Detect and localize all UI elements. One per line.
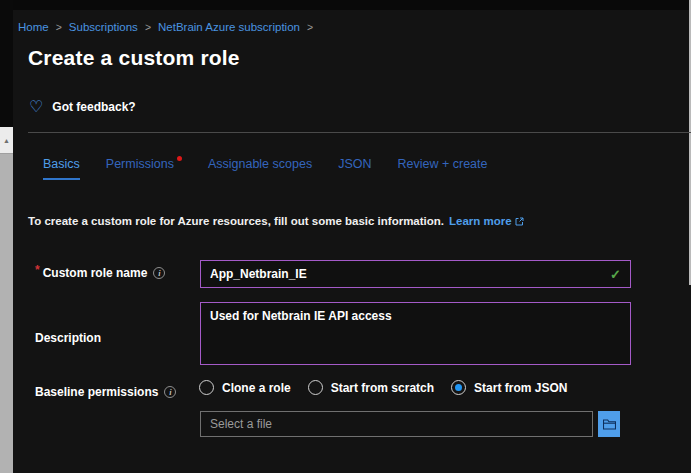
scroll-up-button[interactable]: ▲ (0, 127, 13, 153)
radio-circle-icon (308, 380, 323, 395)
tab-assignable-scopes-label: Assignable scopes (208, 157, 312, 171)
external-link-icon (515, 217, 524, 226)
tab-json[interactable]: JSON (338, 157, 371, 180)
custom-role-name-label-text: Custom role name (43, 266, 148, 280)
info-icon[interactable]: i (164, 386, 176, 398)
scroll-up-arrow-icon: ▲ (3, 137, 10, 144)
learn-more-label: Learn more (449, 215, 512, 227)
baseline-permissions-label: Baseline permissions i (35, 385, 176, 399)
custom-role-name-input[interactable] (201, 267, 610, 281)
breadcrumb-separator: > (145, 21, 151, 33)
header-divider (28, 132, 691, 133)
radio-clone-a-role-label: Clone a role (222, 381, 291, 395)
page-title: Create a custom role (28, 46, 240, 70)
baseline-permissions-label-text: Baseline permissions (35, 385, 158, 399)
radio-circle-icon (199, 380, 214, 395)
scrollbar-thumb[interactable] (0, 153, 13, 473)
breadcrumb-separator: > (307, 21, 313, 33)
description-textarea[interactable]: Used for Netbrain IE API access (200, 302, 631, 365)
got-feedback-button[interactable]: ♡ Got feedback? (29, 99, 136, 115)
left-scrollbar[interactable]: ▲ (0, 127, 13, 473)
tab-json-label: JSON (338, 157, 371, 171)
required-marker: * (35, 263, 40, 277)
custom-role-name-label: * Custom role name i (35, 266, 165, 280)
intro-text: To create a custom role for Azure resour… (28, 215, 524, 227)
tab-review-create-label: Review + create (397, 157, 487, 171)
browse-file-button[interactable] (598, 411, 620, 437)
valid-check-icon: ✓ (610, 267, 630, 282)
intro-sentence: To create a custom role for Azure resour… (28, 215, 444, 227)
description-label: Description (35, 331, 101, 345)
radio-start-from-json-label: Start from JSON (474, 381, 567, 395)
tab-bar: Basics Permissions Assignable scopes JSO… (43, 157, 487, 180)
breadcrumb-home-link[interactable]: Home (18, 21, 49, 33)
breadcrumb-subscription-name-link[interactable]: NetBrain Azure subscription (158, 21, 300, 33)
tab-assignable-scopes[interactable]: Assignable scopes (208, 157, 312, 180)
radio-start-from-scratch[interactable]: Start from scratch (308, 380, 434, 395)
info-icon[interactable]: i (153, 267, 165, 279)
breadcrumb-separator: > (56, 21, 62, 33)
got-feedback-label: Got feedback? (52, 100, 135, 114)
folder-icon (603, 419, 616, 430)
heart-icon: ♡ (29, 99, 43, 115)
radio-clone-a-role[interactable]: Clone a role (199, 380, 291, 395)
baseline-permissions-radio-group: Clone a role Start from scratch Start fr… (199, 380, 567, 395)
custom-role-name-field: ✓ (200, 260, 631, 288)
tab-basics[interactable]: Basics (43, 157, 80, 180)
alert-dot-icon (177, 156, 182, 161)
description-label-text: Description (35, 331, 101, 345)
select-file-input[interactable] (200, 411, 593, 437)
radio-start-from-scratch-label: Start from scratch (331, 381, 434, 395)
create-custom-role-page: ▲ Home > Subscriptions > NetBrain Azure … (0, 0, 691, 473)
tab-review-create[interactable]: Review + create (397, 157, 487, 180)
radio-circle-selected-icon (451, 380, 466, 395)
learn-more-link[interactable]: Learn more (449, 215, 524, 227)
tab-basics-label: Basics (43, 157, 80, 171)
tab-permissions-label: Permissions (106, 157, 174, 171)
breadcrumb-subscriptions-link[interactable]: Subscriptions (69, 21, 138, 33)
radio-start-from-json[interactable]: Start from JSON (451, 380, 567, 395)
window-top-strip (0, 0, 691, 10)
breadcrumb: Home > Subscriptions > NetBrain Azure su… (18, 21, 320, 33)
tab-permissions[interactable]: Permissions (106, 157, 182, 180)
